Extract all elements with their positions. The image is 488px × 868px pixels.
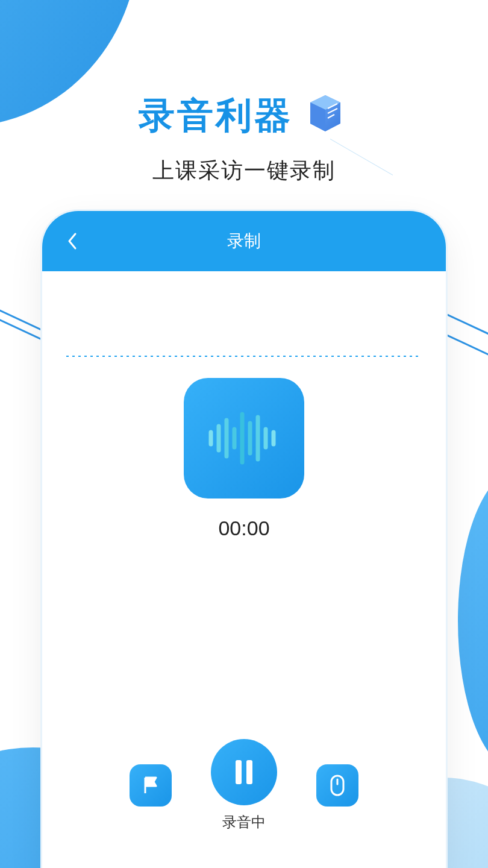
pause-icon <box>232 758 256 787</box>
app-bar: 录制 <box>42 211 446 271</box>
app-bar-title: 录制 <box>84 230 404 253</box>
controls-bar: 录音中 <box>130 739 358 832</box>
flag-button[interactable] <box>130 764 172 807</box>
svg-rect-13 <box>246 760 252 784</box>
phone-mockup: 录制 00:00 <box>42 211 446 868</box>
flag-icon <box>140 775 161 796</box>
waveform-display <box>184 378 304 498</box>
stop-button[interactable] <box>316 764 358 807</box>
svg-rect-12 <box>236 760 242 784</box>
waveform-icon <box>202 402 286 474</box>
page-header: 录音利器 上课采访一键录制 <box>0 90 488 186</box>
waveform-track <box>66 356 422 357</box>
page-subtitle: 上课采访一键录制 <box>0 156 488 186</box>
chat-cube-icon <box>301 90 349 141</box>
recording-status-label: 录音中 <box>222 813 266 832</box>
decorative-blob <box>458 470 488 772</box>
back-button[interactable] <box>60 229 84 253</box>
timer-display: 00:00 <box>218 517 269 540</box>
record-control: 录音中 <box>211 739 277 832</box>
back-chevron-icon <box>66 231 78 251</box>
page-title: 录音利器 <box>139 92 293 140</box>
mouse-icon <box>327 773 348 797</box>
phone-content: 00:00 录音中 <box>42 271 446 868</box>
pause-button[interactable] <box>211 739 277 805</box>
